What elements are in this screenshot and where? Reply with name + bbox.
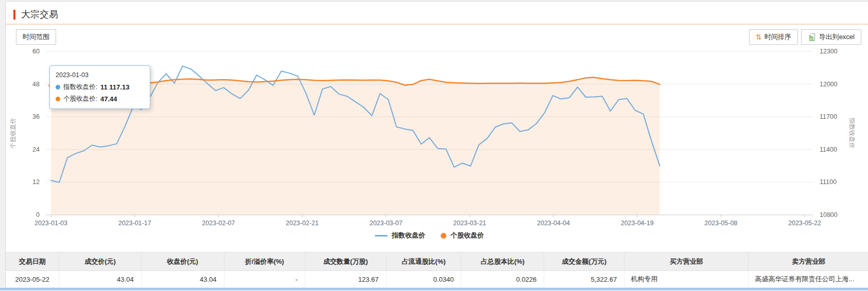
- cell-float-ratio: 0.0340: [386, 271, 461, 288]
- svg-text:0: 0: [36, 211, 40, 219]
- legend-index-label: 指数收盘价: [392, 231, 425, 240]
- col-header-premium-rate: 折/溢价率(%): [224, 252, 305, 271]
- cell-seller: 高盛高华证券有限责任公司上海...: [749, 271, 868, 288]
- cell-premium-rate: -: [224, 271, 305, 288]
- page-title: 大宗交易: [21, 8, 58, 21]
- svg-text:指数收盘价: 指数收盘价: [848, 117, 856, 149]
- index-series-dot: [56, 85, 60, 89]
- trades-table: 交易日期 成交价(元) 收盘价(元) 折/溢价率(%) 成交数量(万股) 占流通…: [6, 252, 868, 288]
- col-header-total-ratio: 占总股本比(%): [461, 252, 544, 271]
- time-sort-button[interactable]: ⇅ 时间排序: [749, 29, 798, 45]
- cell-amount: 5,322.67: [544, 271, 624, 288]
- col-header-seller: 卖方营业部: [749, 252, 868, 271]
- block-trade-panel: 大宗交易 时间范围 ⇅ 时间排序 导出到excel: [5, 1, 868, 291]
- svg-text:10800: 10800: [820, 211, 838, 219]
- cell-volume: 123.67: [305, 271, 387, 288]
- chart-legend: 指数收盘价 个股收盘价: [46, 231, 813, 240]
- col-header-buyer: 买方营业部: [624, 252, 749, 271]
- svg-text:2023-01-17: 2023-01-17: [118, 220, 151, 227]
- svg-text:11400: 11400: [820, 146, 837, 153]
- title-accent-bar: [13, 10, 15, 20]
- cell-total-ratio: 0.0226: [461, 271, 544, 288]
- svg-text:12: 12: [32, 178, 40, 186]
- cell-buyer: 机构专用: [624, 271, 749, 288]
- chart-area[interactable]: 2023-01-032023-01-172023-02-072023-02-21…: [6, 47, 867, 245]
- toolbar-right-group: ⇅ 时间排序 导出到excel: [749, 29, 861, 45]
- svg-text:12000: 12000: [820, 81, 838, 88]
- table-header-row: 交易日期 成交价(元) 收盘价(元) 折/溢价率(%) 成交数量(万股) 占流通…: [6, 252, 868, 271]
- time-range-button[interactable]: 时间范围: [16, 29, 56, 45]
- tooltip-date: 2023-01-03: [56, 69, 144, 81]
- svg-text:24: 24: [32, 146, 40, 153]
- svg-text:48: 48: [32, 81, 40, 88]
- stock-series-dot: [56, 97, 60, 101]
- col-header-volume: 成交数量(万股): [305, 252, 387, 271]
- excel-icon: [808, 33, 817, 42]
- legend-stock-label: 个股收盘价: [450, 231, 484, 240]
- cell-deal-price: 43.04: [59, 271, 141, 288]
- svg-text:2023-05-22: 2023-05-22: [788, 220, 821, 227]
- trades-table-wrap: 交易日期 成交价(元) 收盘价(元) 折/溢价率(%) 成交数量(万股) 占流通…: [6, 252, 868, 288]
- svg-text:2023-04-19: 2023-04-19: [621, 220, 654, 227]
- col-header-amount: 成交金额(万元): [544, 252, 624, 271]
- svg-text:2023-02-21: 2023-02-21: [286, 220, 319, 227]
- svg-text:11700: 11700: [820, 113, 837, 120]
- legend-item-index[interactable]: 指数收盘价: [375, 231, 425, 240]
- export-excel-label: 导出到excel: [819, 32, 855, 42]
- time-sort-label: 时间排序: [765, 32, 791, 42]
- toolbar: 时间范围 ⇅ 时间排序 导出到excel: [16, 29, 861, 45]
- time-range-label: 时间范围: [23, 32, 49, 42]
- export-excel-button[interactable]: 导出到excel: [801, 29, 861, 45]
- svg-text:11100: 11100: [820, 178, 837, 186]
- svg-text:2023-02-07: 2023-02-07: [202, 220, 235, 227]
- svg-text:12300: 12300: [820, 48, 838, 55]
- legend-dot-icon: [441, 233, 446, 239]
- col-header-float-ratio: 占流通股比(%): [386, 252, 461, 271]
- svg-text:2023-05-08: 2023-05-08: [704, 220, 737, 227]
- svg-text:个股收盘价: 个股收盘价: [9, 118, 16, 149]
- chart-tooltip: 2023-01-03 指数收盘价: 11 117.13 个股收盘价: 47.44: [49, 65, 150, 109]
- svg-text:2023-01-03: 2023-01-03: [34, 220, 67, 227]
- tooltip-index-row: 指数收盘价: 11 117.13: [56, 81, 144, 93]
- svg-text:2023-03-07: 2023-03-07: [370, 220, 403, 227]
- tooltip-index-value: 11 117.13: [100, 81, 129, 93]
- svg-text:2023-03-21: 2023-03-21: [453, 220, 486, 227]
- table-row: 2023-05-22 43.04 43.04 - 123.67 0.0340 0…: [6, 271, 868, 288]
- legend-line-icon: [375, 235, 388, 237]
- svg-text:60: 60: [32, 48, 40, 55]
- col-header-trade-date: 交易日期: [6, 252, 59, 271]
- panel-header: 大宗交易: [6, 2, 868, 25]
- tooltip-stock-row: 个股收盘价: 47.44: [56, 93, 144, 105]
- tooltip-stock-label: 个股收盘价:: [63, 93, 97, 105]
- col-header-deal-price: 成交价(元): [59, 252, 141, 271]
- tooltip-stock-value: 47.44: [100, 93, 117, 105]
- col-header-close-price: 收盘价(元): [141, 252, 224, 271]
- cell-trade-date: 2023-05-22: [6, 271, 59, 288]
- svg-text:36: 36: [32, 113, 40, 120]
- tooltip-index-label: 指数收盘价:: [63, 81, 97, 93]
- cell-close-price: 43.04: [141, 271, 224, 288]
- sort-arrows-icon: ⇅: [756, 33, 762, 41]
- svg-text:2023-04-04: 2023-04-04: [537, 220, 570, 227]
- legend-item-stock[interactable]: 个股收盘价: [441, 231, 484, 240]
